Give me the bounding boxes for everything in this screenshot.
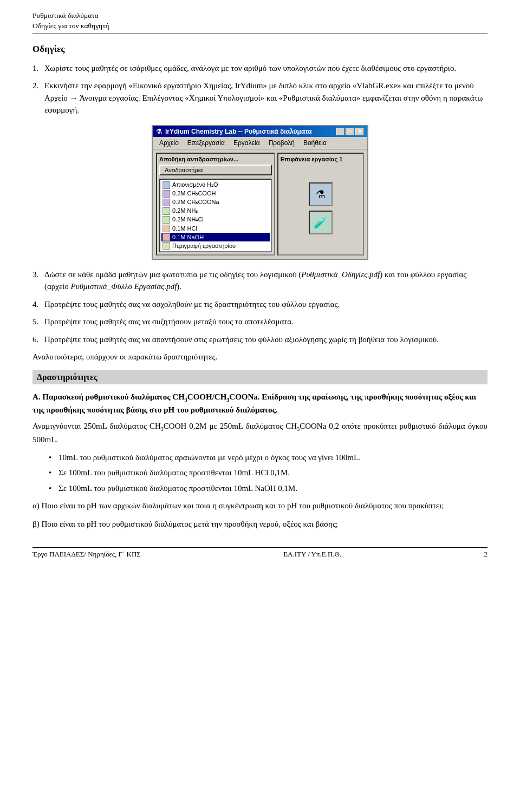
reagents-button[interactable]: Αντιδραστήρια bbox=[159, 165, 272, 175]
instruction-4-num: 4. bbox=[32, 298, 44, 311]
instruction-6: 6. Προτρέψτε τους μαθητές σας να απαντήσ… bbox=[32, 333, 487, 346]
reagent-icon-ch3coona bbox=[162, 199, 170, 206]
bullet-3: • Σε 100mL του ρυθμιστικού διαλύματος πρ… bbox=[49, 482, 487, 495]
app-titlebar: ⚗ IrYdium Chemistry Lab -- Ρυθμιστικά δι… bbox=[153, 126, 367, 137]
menu-help[interactable]: Βοήθεια bbox=[299, 138, 331, 148]
instruction-3: 3. Δώστε σε κάθε ομάδα μαθητών μια φωτοτ… bbox=[32, 269, 487, 293]
app-menubar: Αρχείο Επεξεργασία Εργαλεία Προβολή Βοήθ… bbox=[153, 137, 367, 149]
reagent-water[interactable]: Απιονισμένο H₂O bbox=[161, 181, 270, 189]
bullet-3-text: Σε 100mL του ρυθμιστικού διαλύματος προσ… bbox=[58, 482, 487, 495]
close-btn[interactable]: ✕ bbox=[355, 128, 364, 135]
reagent-hcl[interactable]: 0.1M HCl bbox=[161, 224, 270, 233]
footer-left: Έργο ΠΛΕΙΑΔΕΣ/ Νηρηίδες, Γ΄ ΚΠΣ bbox=[32, 550, 141, 559]
instruction-4: 4. Προτρέψτε τους μαθητές σας να ασχοληθ… bbox=[32, 298, 487, 311]
bullet-2: • Σε 100mL του ρυθμιστικού διαλύματος πρ… bbox=[49, 467, 487, 479]
bullet-icon-1: • bbox=[49, 451, 58, 464]
instruction-6-text: Προτρέψτε τους μαθητές σας να απαντήσουν… bbox=[44, 333, 487, 346]
instruction-5-text: Προτρέψτε τους μαθητές σας να συζητήσουν… bbox=[44, 316, 487, 328]
instruction-1-text: Χωρίστε τους μαθητές σε ισάριθμες ομάδες… bbox=[44, 62, 487, 75]
reagent-icon-naoh bbox=[162, 233, 170, 241]
bullet-1: • 10mL του ρυθμιστικού διαλύματος αραιών… bbox=[49, 451, 487, 464]
footer-middle: ΕΑ.ΙΤΥ / Υπ.Ε.Π.Θ. bbox=[283, 550, 341, 559]
activity-a-para: Αναμιγνύονται 250mL διαλύματος CH3COOH 0… bbox=[32, 420, 487, 446]
activity-a-label: Α. bbox=[32, 392, 42, 401]
menu-edit[interactable]: Επεξεργασία bbox=[183, 138, 229, 148]
footer-right: 2 bbox=[484, 550, 488, 559]
instruction-2-num: 2. bbox=[32, 80, 44, 116]
question-b: β) Ποιο είναι το pH του ρυθμιστικού διαλ… bbox=[32, 518, 487, 531]
main-heading: Οδηγίες bbox=[32, 44, 487, 55]
reagent-naoh[interactable]: 0.1M NaOH bbox=[161, 233, 270, 241]
page-header: Ρυθμιστικά διαλύματα Οδηγίες για τον καθ… bbox=[32, 11, 487, 34]
app-title: IrYdium Chemistry Lab -- Ρυθμιστικά διαλ… bbox=[165, 128, 312, 135]
bullet-1-text: 10mL του ρυθμιστικού διαλύματος αραιώνον… bbox=[58, 451, 487, 464]
reagent-icon-water bbox=[162, 181, 170, 189]
reagent-ch3cooh[interactable]: 0.2M CH₃COOH bbox=[161, 189, 270, 198]
app-screenshot: ⚗ IrYdium Chemistry Lab -- Ρυθμιστικά δι… bbox=[32, 125, 487, 260]
reagent-icon-desc bbox=[162, 242, 170, 250]
reagent-list: Απιονισμένο H₂O 0.2M CH₃COOH 0.2M CH₃COO… bbox=[159, 179, 272, 252]
flask-icon: ⚗ bbox=[309, 182, 333, 206]
instruction-1-num: 1. bbox=[32, 62, 44, 75]
maximize-btn[interactable]: □ bbox=[346, 128, 354, 135]
left-panel: Αποθήκη αντιδραστηρίων... Αντιδραστήρια … bbox=[156, 153, 275, 256]
instruction-2-text: Εκκινήστε την εφαρμογή «Εικονικό εργαστή… bbox=[44, 80, 487, 116]
bullet-icon-3: • bbox=[49, 482, 58, 495]
reagent-nh3[interactable]: 0.2M NH₃ bbox=[161, 207, 270, 215]
right-panel-content: ⚗ 🧪 bbox=[309, 165, 333, 252]
analyt-text: Αναλυτικότερα, υπάρχουν οι παρακάτω δρασ… bbox=[32, 351, 487, 363]
header-text: Ρυθμιστικά διαλύματα Οδηγίες για τον καθ… bbox=[32, 11, 109, 31]
instruction-1: 1. Χωρίστε τους μαθητές σε ισάριθμες ομά… bbox=[32, 62, 487, 75]
bullet-2-text: Σε 100mL του ρυθμιστικού διαλύματος προσ… bbox=[58, 467, 487, 479]
menu-tools[interactable]: Εργαλεία bbox=[229, 138, 264, 148]
instruction-3-num: 3. bbox=[32, 269, 44, 293]
reagent-nh4cl[interactable]: 0.2M NH₄Cl bbox=[161, 215, 270, 224]
app-body: Αποθήκη αντιδραστηρίων... Αντιδραστήρια … bbox=[153, 149, 367, 259]
instruction-5-num: 5. bbox=[32, 316, 44, 328]
question-a: α) Ποιο είναι το pH των αρχικών διαλυμάτ… bbox=[32, 500, 487, 512]
instruction-6-num: 6. bbox=[32, 333, 44, 346]
activity-a-main-title: Παρασκευή ρυθμιστικού διαλύματος CH3COOH… bbox=[42, 392, 262, 401]
right-panel-title: Επιφάνεια εργασίας 1 bbox=[281, 156, 361, 162]
bullet-icon-2: • bbox=[49, 467, 58, 479]
header-line1: Ρυθμιστικά διαλύματα bbox=[32, 11, 109, 21]
right-panel: Επιφάνεια εργασίας 1 ⚗ 🧪 bbox=[277, 153, 364, 256]
titlebar-buttons: _ □ ✕ bbox=[336, 128, 364, 135]
minimize-btn[interactable]: _ bbox=[336, 128, 344, 135]
bullet-list: • 10mL του ρυθμιστικού διαλύματος αραιών… bbox=[49, 451, 487, 495]
reagent-ch3coona[interactable]: 0.2M CH₃COONa bbox=[161, 198, 270, 207]
reagent-icon-nh3 bbox=[162, 207, 170, 215]
reagent-icon-ch3cooh bbox=[162, 190, 170, 198]
page-footer: Έργο ΠΛΕΙΑΔΕΣ/ Νηρηίδες, Γ΄ ΚΠΣ ΕΑ.ΙΤΥ /… bbox=[32, 547, 487, 559]
reagent-desc[interactable]: Περιγραφή εργαστηρίου bbox=[161, 241, 270, 250]
instruction-4-text: Προτρέψτε τους μαθητές σας να ασχοληθούν… bbox=[44, 298, 487, 311]
reagent-icon-hcl bbox=[162, 225, 170, 232]
instruction-2: 2. Εκκινήστε την εφαρμογή «Εικονικό εργα… bbox=[32, 80, 487, 116]
instruction-5: 5. Προτρέψτε τους μαθητές σας να συζητήσ… bbox=[32, 316, 487, 328]
app-icon: ⚗ bbox=[156, 128, 162, 135]
left-panel-title: Αποθήκη αντιδραστηρίων... bbox=[159, 156, 272, 162]
menu-view[interactable]: Προβολή bbox=[264, 138, 299, 148]
instruction-3-text: Δώστε σε κάθε ομάδα μαθητών μια φωτοτυπί… bbox=[44, 269, 487, 293]
reagent-icon-nh4cl bbox=[162, 216, 170, 224]
section-heading-activities: Δραστηριότητες bbox=[32, 370, 487, 384]
beaker-icon: 🧪 bbox=[309, 211, 333, 234]
activity-a-title: Α. Παρασκευή ρυθμιστικού διαλύματος CH3C… bbox=[32, 391, 487, 416]
header-line2: Οδηγίες για τον καθηγητή bbox=[32, 21, 109, 31]
app-window: ⚗ IrYdium Chemistry Lab -- Ρυθμιστικά δι… bbox=[152, 125, 368, 260]
menu-file[interactable]: Αρχείο bbox=[155, 138, 183, 148]
